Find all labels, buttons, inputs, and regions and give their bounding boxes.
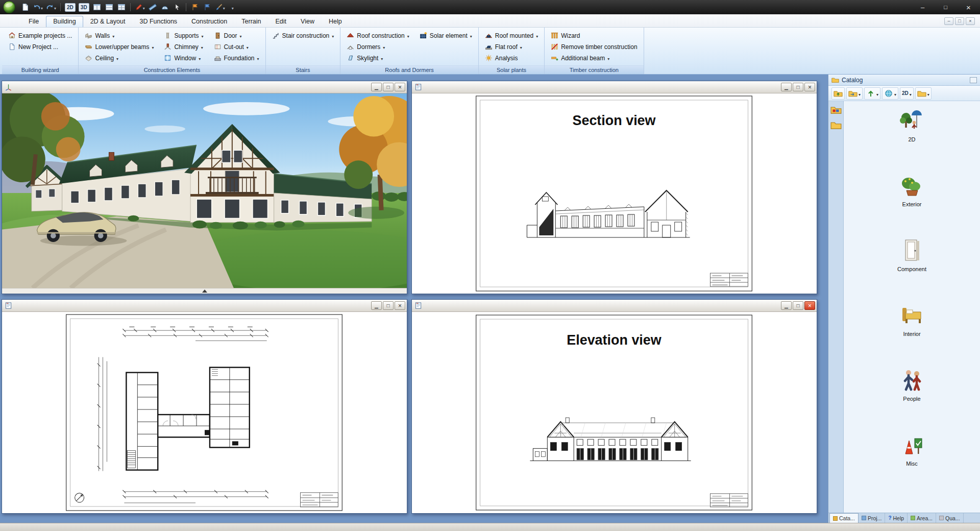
maximize-button[interactable] [793, 301, 803, 310]
minimize-button[interactable] [371, 83, 382, 91]
tab-area[interactable]: Area... [908, 513, 936, 523]
new-project-button[interactable]: New Project ... [6, 41, 74, 52]
measure-ruler-button[interactable] [147, 2, 158, 13]
remove-timber-construction-button[interactable]: Remove timber construction [549, 41, 639, 52]
catalog-2d-view-button[interactable]: 2D [900, 87, 914, 100]
chimney-button[interactable]: Chimney [162, 41, 205, 52]
select-arrow-button[interactable] [172, 2, 183, 13]
window-layout-split-horizontal-button[interactable] [104, 2, 115, 13]
walls-button[interactable]: Walls [83, 30, 156, 41]
lower-upper-beams-button[interactable]: Lower/upper beams [83, 41, 156, 52]
elevation-drawing: Elevation view [412, 312, 817, 513]
catalog-open-folder-button[interactable] [846, 87, 863, 100]
marker-flag-blue-button[interactable] [202, 2, 213, 13]
view-2d-button[interactable]: 2D [64, 2, 77, 13]
paint-brush-button[interactable] [214, 2, 226, 13]
window-titlebar[interactable] [412, 300, 817, 312]
dormers-button[interactable]: Dormers [345, 41, 411, 52]
elevation-sheet[interactable]: Elevation view [412, 312, 817, 513]
supports-button[interactable]: Supports [162, 30, 205, 41]
app-logo-icon[interactable] [3, 1, 15, 13]
catalog-item-component[interactable]: Component [881, 237, 943, 272]
close-button[interactable] [804, 83, 815, 91]
plan-sheet[interactable] [2, 312, 407, 513]
window-layout-quad-button[interactable] [116, 2, 127, 13]
maximize-button[interactable] [383, 301, 394, 310]
tab-terrain[interactable]: Terrain [234, 16, 268, 27]
maximize-button[interactable] [934, 0, 957, 14]
cut-out-button[interactable]: Cut-out [212, 41, 261, 52]
catalog-item-2d[interactable]: 2D [881, 107, 943, 142]
draw-mode-button[interactable] [134, 2, 146, 13]
tab-help[interactable]: Help [885, 513, 908, 523]
catalog-item-misc[interactable]: Misc [881, 431, 943, 467]
close-button[interactable] [804, 301, 815, 310]
stair-construction-button[interactable]: Stair construction [270, 30, 336, 41]
timber-wizard-button[interactable]: Wizard [549, 30, 639, 41]
roof-mounted-button[interactable]: Roof mounted [483, 30, 540, 41]
minimize-button[interactable] [781, 83, 792, 91]
project-folder-icon[interactable] [830, 105, 842, 114]
example-projects-button[interactable]: Example projects ... [6, 30, 74, 41]
window-button[interactable]: Window [162, 53, 205, 63]
maximize-button[interactable] [383, 83, 394, 91]
additional-beam-button[interactable]: Additional beam [549, 53, 639, 63]
redo-button[interactable] [45, 2, 57, 13]
catalog-item-people[interactable]: People [881, 367, 943, 402]
window-controls [911, 0, 980, 14]
tab-edit[interactable]: Edit [268, 16, 294, 27]
horizontal-scrollbar[interactable] [2, 288, 407, 294]
minimize-button[interactable] [781, 301, 792, 310]
tab-construction[interactable]: Construction [184, 16, 234, 27]
view-3d-button[interactable]: 3D [78, 2, 90, 13]
catalog-item-exterior[interactable]: Exterior [881, 172, 943, 207]
tab-2d-layout[interactable]: 2D & Layout [83, 16, 133, 27]
child-restore-button[interactable] [955, 17, 964, 25]
marker-flag-orange-button[interactable] [189, 2, 201, 13]
window-titlebar[interactable] [412, 81, 817, 93]
tab-file[interactable]: File [21, 16, 46, 27]
catalog-import-button[interactable] [864, 87, 880, 100]
toolbar-overflow-button[interactable] [227, 2, 238, 13]
door-button[interactable]: Door [212, 30, 261, 41]
foundation-button[interactable]: Foundation [212, 53, 261, 63]
undo-button[interactable] [32, 2, 44, 13]
tab-building[interactable]: Building [46, 16, 83, 27]
tab-catalog[interactable]: Cata... [829, 513, 859, 523]
ceiling-button[interactable]: Ceiling [83, 53, 156, 63]
tab-3d-functions[interactable]: 3D Functions [132, 16, 184, 27]
window-layout-split-vertical-button[interactable] [91, 2, 103, 13]
close-button[interactable] [957, 0, 980, 14]
3d-viewport[interactable] [2, 93, 407, 288]
close-button[interactable] [395, 301, 405, 310]
analysis-button[interactable]: Analysis [483, 53, 540, 63]
tab-project[interactable]: Proj... [859, 513, 885, 523]
catalog-float-button[interactable] [970, 77, 977, 83]
catalog-item-interior[interactable]: Interior [881, 302, 943, 337]
tab-view[interactable]: View [293, 16, 322, 27]
catalog-folder-up-button[interactable] [831, 87, 845, 100]
window-titlebar[interactable] [2, 300, 407, 312]
minimize-button[interactable] [911, 0, 934, 14]
tab-quantities[interactable]: Qua... [936, 513, 964, 523]
library-folder-icon[interactable] [830, 120, 842, 130]
measure-angle-button[interactable] [159, 2, 170, 13]
child-minimize-button[interactable] [944, 17, 953, 25]
minimize-button[interactable] [371, 301, 382, 310]
skylight-button[interactable]: Skylight [345, 53, 411, 63]
solar-element-button[interactable]: Solar element [418, 30, 474, 41]
close-button[interactable] [395, 83, 405, 91]
group-label: Solar plants [479, 65, 544, 74]
new-document-button[interactable] [19, 2, 31, 13]
window-titlebar[interactable] [2, 81, 407, 93]
section-sheet[interactable]: Section view [412, 93, 817, 294]
flat-roof-button[interactable]: Flat roof [483, 41, 540, 52]
catalog-3d-view-button[interactable] [882, 87, 898, 100]
misc-thumbnail-icon [898, 431, 926, 459]
maximize-button[interactable] [793, 83, 803, 91]
child-close-button[interactable] [966, 17, 975, 25]
tab-help[interactable]: Help [322, 16, 349, 27]
roof-construction-button[interactable]: Roof construction [345, 30, 411, 41]
catalog-folders-button[interactable] [915, 87, 932, 100]
title-bar[interactable]: 2D 3D [0, 0, 980, 14]
